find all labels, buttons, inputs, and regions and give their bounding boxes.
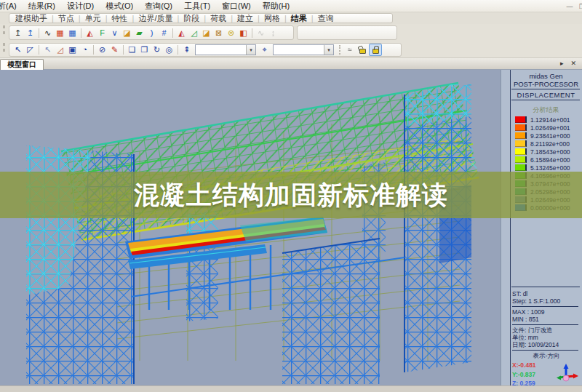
beam-diagrams-icon[interactable]: ∨ <box>108 27 121 39</box>
toolbar-grip[interactable] <box>3 43 6 52</box>
curvature-results-icon[interactable]: ) <box>146 27 158 39</box>
reactions-icon[interactable]: ↥ <box>12 27 24 39</box>
selection-icons: ↖◸↖◿▣◔⊘✎❏❐↻◎⇞ <box>12 44 193 56</box>
legend-row: 5.13245e+000 <box>515 164 570 172</box>
tab-mesh[interactable]: 网格 <box>264 13 291 23</box>
menu-query[interactable]: 查询(Q) <box>139 1 178 12</box>
legend-row: 6.15894e+000 <box>515 156 570 164</box>
tab-results[interactable]: 结果 <box>291 13 318 23</box>
chevron-down-icon[interactable]: ▾ <box>324 45 333 55</box>
fast-query-icon: ≈ <box>343 44 356 56</box>
restore-button[interactable]: ❐ <box>578 3 582 10</box>
tab-close-icon[interactable]: ✕ <box>570 60 576 67</box>
node-stresses-icon[interactable]: ⊜ <box>225 27 237 39</box>
menu-mode[interactable]: 模式(O) <box>100 1 139 12</box>
divider <box>511 89 580 89</box>
target-point-icon[interactable]: ⌖ <box>258 44 271 56</box>
tab-load[interactable]: 荷载 <box>210 13 237 23</box>
chevron-down-icon[interactable]: ▾ <box>246 45 255 55</box>
select-window-icon[interactable]: ◸ <box>24 44 36 56</box>
beam-forces-icon[interactable]: F <box>96 27 108 39</box>
legend-value: 8.21192e+000 <box>530 140 570 148</box>
tab-modeling-assistant[interactable]: 建模助手 <box>15 13 58 23</box>
tab-property[interactable]: 特性 <box>112 13 139 23</box>
selection-toolbar: ↖◸↖◿▣◔⊘✎❏❐↻◎⇞ ▾ ⌖ ▾ ≈ <box>0 41 582 58</box>
tab-element[interactable]: 单元 <box>85 13 112 23</box>
activate-icon[interactable]: ❏ <box>126 44 138 56</box>
search-reactions-icon[interactable]: ↥ <box>24 27 36 39</box>
truss-stresses-icon[interactable]: ◭ <box>175 27 188 39</box>
menu-results[interactable]: 结果(R) <box>23 1 61 12</box>
polygon-edit-icon[interactable]: ✎ <box>108 44 121 56</box>
frame-results-icon[interactable]: # <box>158 27 170 39</box>
tab-query[interactable]: 查询 <box>318 13 334 23</box>
toolbar-separator <box>339 45 340 55</box>
plate-forces-icon[interactable]: ◪ <box>121 27 133 39</box>
minimize-button[interactable]: — <box>565 3 574 10</box>
legend-row: 8.21192e+000 <box>515 140 570 148</box>
menu-design[interactable]: 设计(D) <box>61 1 100 12</box>
toolbar-separator <box>39 45 39 55</box>
plane-stress-forces-icon[interactable]: ▰ <box>133 27 146 39</box>
toolbar-empty-area <box>297 25 397 40</box>
legend-row: 9.23841e+000 <box>515 132 570 140</box>
unselect-single-icon[interactable]: ↖ <box>41 44 54 56</box>
truss-forces-icon[interactable]: ◭ <box>84 27 96 39</box>
search-displacement-icon[interactable]: ▦ <box>66 27 79 39</box>
tab-node[interactable]: 节点 <box>58 13 85 23</box>
max-node-label: MAX : 1009 <box>512 308 581 316</box>
tab-boundary-mass[interactable]: 边界/质量 <box>138 13 183 23</box>
legend-value: 6.15894e+000 <box>530 156 570 164</box>
status-strip <box>0 385 582 392</box>
divider <box>512 324 578 325</box>
legend-value: 7.18543e+000 <box>530 148 570 156</box>
menu-window[interactable]: 窗口(W) <box>216 1 257 12</box>
displacement-contour-icon[interactable]: ▦ <box>54 27 66 39</box>
zoom-toggle-icon[interactable]: ⇞ <box>180 44 193 56</box>
solid-stresses-icon[interactable]: ⊠ <box>212 27 225 39</box>
file-label: 文件: 门厅改造 <box>512 327 581 334</box>
toolbar-separator <box>81 28 81 38</box>
unselect-window-icon[interactable]: ◿ <box>54 44 66 56</box>
activate-identity-icon[interactable]: ↻ <box>151 44 163 56</box>
tab-model-window[interactable]: 模型窗口 <box>0 59 44 70</box>
lock-icon[interactable] <box>369 44 382 56</box>
view-vector-x: X:-0.481 <box>512 361 536 370</box>
divider <box>511 100 580 100</box>
toolbar-separator <box>39 28 39 38</box>
plane-stresses-icon[interactable]: ◪ <box>200 27 212 39</box>
activate-all-icon[interactable]: ◎ <box>163 44 175 56</box>
model-viewport[interactable] <box>0 70 502 385</box>
view-vector-y: Y:-0.837 <box>512 370 536 380</box>
plane-selection-combo[interactable]: ▾ <box>273 44 334 55</box>
results-toolbar: ↥↥∿▦▦◭F∨◪▰)#◭◿◪⊠⊜◧∿↨ <box>0 24 582 41</box>
toolbar-separator <box>252 28 252 38</box>
toolbar-separator <box>172 28 173 38</box>
tab-scroll-right-icon[interactable]: ▸ <box>560 60 564 67</box>
menu-tools[interactable]: 工具(T) <box>178 1 216 12</box>
select-intersect-icon[interactable]: ⊘ <box>96 44 108 56</box>
menu-help[interactable]: 帮助(H) <box>257 1 295 12</box>
result-type-label: DISPLACEMENT <box>511 91 581 99</box>
tab-build[interactable]: 建立 <box>237 13 264 23</box>
selection-toolbar-panel: ↖◸↖◿▣◔⊘✎❏❐↻◎⇞ ▾ ⌖ ▾ ≈ <box>9 43 402 57</box>
midas-gen-window: 析(A)结果(R)设计(D)模式(O)查询(Q)工具(T)窗口(W)帮助(H) … <box>0 0 582 392</box>
select-identity-icon[interactable]: ▣ <box>66 44 79 56</box>
menu-items: 析(A)结果(R)设计(D)模式(O)查询(Q)工具(T)窗口(W)帮助(H) <box>0 1 295 12</box>
named-selection-combo[interactable]: ▾ <box>195 44 256 55</box>
solid-results-icon[interactable]: ◧ <box>237 27 250 39</box>
deformed-shape-icon[interactable]: ∿ <box>41 27 54 39</box>
unlock-icon[interactable] <box>356 44 369 56</box>
divider <box>512 306 578 307</box>
select-single-icon[interactable]: ↖ <box>12 44 24 56</box>
beam-stresses-icon[interactable]: ◿ <box>188 27 200 39</box>
legend-value: 9.23841e+000 <box>530 132 570 140</box>
menu-analysis[interactable]: 析(A) <box>0 1 23 12</box>
tab-stage[interactable]: 阶段 <box>183 13 210 23</box>
brand-label: midas Gen <box>511 72 581 80</box>
select-recent-icon[interactable]: ◔ <box>79 44 91 56</box>
toolbar-grip[interactable] <box>3 25 6 34</box>
ribbon-tabs: 建模助手节点单元特性边界/质量阶段荷载建立网格结果查询 <box>9 13 393 23</box>
deactivate-icon[interactable]: ❐ <box>138 44 151 56</box>
legend-swatch <box>515 116 527 123</box>
